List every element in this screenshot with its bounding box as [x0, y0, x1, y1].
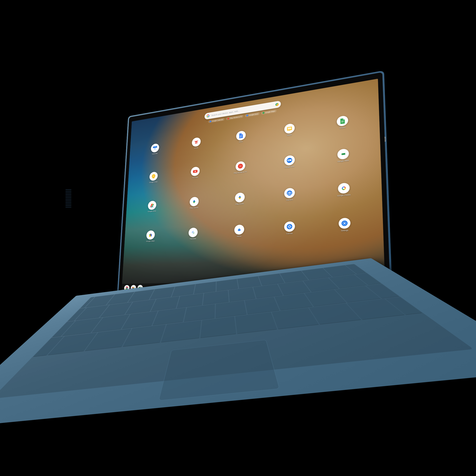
app-gmail[interactable]: Gmail: [175, 126, 218, 160]
duo-label: Google Duo: [285, 165, 294, 169]
spacebar-key[interactable]: [200, 317, 236, 338]
duo-icon: [284, 155, 295, 166]
maps-icon: [146, 230, 155, 240]
maps-label: Google Maps: [146, 240, 155, 242]
gmail-icon: [192, 137, 201, 147]
keep-icon: [149, 171, 158, 181]
youtube-label: YouTube: [192, 176, 198, 179]
camera-label: Camera: [286, 199, 293, 201]
vent-10: [66, 204, 71, 204]
app-play-books[interactable]: Play Books: [217, 181, 264, 216]
camera-icon: [284, 188, 295, 199]
app-play-movies[interactable]: Play Movies & TV: [217, 150, 264, 185]
youtube-icon: [191, 166, 200, 176]
app-duo[interactable]: Google Duo: [265, 143, 315, 180]
canvas-label: Canvas: [286, 232, 293, 235]
photos-icon: [338, 183, 350, 194]
laptop-container: Search your device, apps, web... Google …: [60, 79, 416, 416]
app-photos[interactable]: Google Photos: [316, 170, 373, 209]
vent-3: [66, 193, 71, 193]
sheets-label: Sheets: [339, 126, 345, 129]
left-side-vents: [66, 178, 71, 218]
play-games-label: Play Games: [190, 206, 198, 209]
settings-label: Settings: [341, 229, 348, 232]
app-slides[interactable]: Slides: [265, 111, 315, 148]
laptop-base: [0, 258, 476, 430]
translate-icon: [188, 227, 198, 238]
app-home[interactable]: Home: [216, 214, 264, 248]
vent-11: [66, 205, 71, 206]
calendar-label: Calendar: [152, 152, 158, 155]
app-canvas[interactable]: Canvas: [264, 210, 316, 246]
vent-2: [66, 191, 71, 192]
meet-icon: G: [337, 148, 349, 160]
docs-dot: [246, 114, 248, 117]
maps-dot: [263, 112, 265, 114]
translate-label: Translate: [190, 238, 196, 240]
play-books-icon: [235, 192, 245, 203]
play-games-icon: [190, 197, 199, 206]
app-meet[interactable]: G Google Meet: [316, 136, 372, 175]
app-docs[interactable]: Docs: [218, 119, 264, 154]
play-movies-dot: [227, 118, 229, 119]
app-camera[interactable]: Camera: [264, 176, 316, 213]
calendar-icon: 31: [151, 143, 159, 153]
vent-6: [66, 197, 71, 198]
svg-rect-12: [289, 130, 290, 131]
slides-label: Slides: [287, 134, 292, 136]
svg-text:31: 31: [154, 148, 156, 150]
vent-12: [66, 207, 71, 207]
app-translate[interactable]: Translate: [171, 217, 216, 250]
search-mic-icon[interactable]: [275, 103, 279, 106]
settings-icon: [339, 218, 351, 229]
google-g-icon: [206, 114, 210, 118]
app-settings[interactable]: Settings: [317, 205, 374, 243]
sheets-icon: [337, 115, 348, 127]
drive-label: Google Drive: [148, 210, 156, 213]
photos-label: Google Photos: [337, 194, 351, 197]
keep-label: Google Keep: [149, 181, 157, 184]
play-books-label: Play Books: [236, 203, 244, 205]
gmail-label: Gmail: [194, 147, 198, 149]
home-icon: [234, 224, 244, 235]
calendar-dot: [210, 120, 211, 122]
vent-9: [66, 202, 71, 203]
svg-text:G: G: [342, 154, 343, 155]
app-keep[interactable]: Google Keep: [134, 161, 174, 194]
play-movies-icon: [236, 161, 245, 171]
vent-5: [66, 196, 71, 196]
docs-icon: [236, 130, 246, 141]
key[interactable]: [235, 312, 277, 334]
app-calendar[interactable]: 31 Calendar: [135, 133, 175, 165]
meet-label: Google Meet: [337, 159, 349, 163]
app-youtube[interactable]: YouTube: [174, 155, 217, 189]
slides-icon: [284, 123, 294, 134]
app-sheets[interactable]: Sheets: [316, 102, 371, 142]
laptop-screen: Search your device, apps, web... Google …: [121, 79, 385, 292]
home-label: Home: [237, 235, 241, 238]
vent-1: [66, 189, 71, 190]
svg-rect-54: [239, 230, 240, 231]
play-movies-label: Play Movies & TV: [234, 171, 247, 174]
vent-8: [66, 201, 71, 201]
docs-label: Docs: [239, 141, 243, 143]
drive-icon: [148, 201, 156, 210]
canvas-icon: [284, 221, 295, 232]
app-maps[interactable]: Google Maps: [130, 220, 171, 252]
vent-7: [66, 199, 71, 200]
app-drive[interactable]: Google Drive: [132, 190, 173, 222]
vent-4: [66, 194, 71, 195]
app-play-games[interactable]: Play Games: [172, 186, 217, 219]
